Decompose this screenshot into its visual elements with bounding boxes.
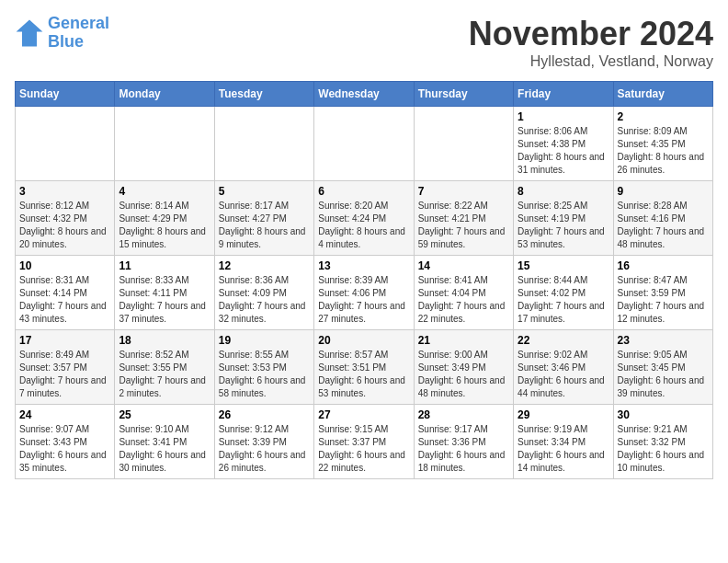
- calendar-cell: 25Sunrise: 9:10 AMSunset: 3:41 PMDayligh…: [115, 405, 214, 479]
- day-number: 24: [19, 408, 110, 421]
- calendar-cell: 2Sunrise: 8:09 AMSunset: 4:35 PMDaylight…: [613, 107, 712, 181]
- day-info: Sunrise: 8:52 AMSunset: 3:55 PMDaylight:…: [119, 349, 210, 400]
- calendar-cell: 23Sunrise: 9:05 AMSunset: 3:45 PMDayligh…: [613, 330, 712, 405]
- day-of-week-header: Thursday: [414, 82, 513, 107]
- day-info: Sunrise: 8:20 AMSunset: 4:24 PMDaylight:…: [318, 200, 409, 251]
- day-number: 18: [119, 334, 210, 347]
- day-info: Sunrise: 8:44 AMSunset: 4:02 PMDaylight:…: [518, 274, 609, 326]
- day-number: 17: [19, 334, 110, 347]
- day-number: 11: [119, 259, 210, 272]
- calendar-cell: 19Sunrise: 8:55 AMSunset: 3:53 PMDayligh…: [214, 330, 313, 405]
- day-number: 7: [418, 185, 509, 198]
- day-number: 8: [518, 185, 609, 198]
- day-info: Sunrise: 8:39 AMSunset: 4:06 PMDaylight:…: [318, 274, 409, 326]
- calendar-cell: 3Sunrise: 8:12 AMSunset: 4:32 PMDaylight…: [16, 181, 115, 256]
- day-info: Sunrise: 8:06 AMSunset: 4:38 PMDaylight:…: [518, 125, 609, 177]
- logo-line2: Blue: [48, 32, 84, 51]
- day-number: 29: [518, 408, 609, 421]
- calendar-header-row: SundayMondayTuesdayWednesdayThursdayFrid…: [16, 82, 713, 107]
- calendar-table: SundayMondayTuesdayWednesdayThursdayFrid…: [15, 81, 713, 479]
- day-number: 9: [618, 185, 709, 198]
- logo-line1: General: [48, 14, 109, 32]
- logo-text: General Blue: [48, 15, 109, 52]
- title-block: November 2024 Hyllestad, Vestland, Norwa…: [469, 15, 713, 70]
- calendar-cell: [414, 107, 513, 181]
- calendar-cell: 17Sunrise: 8:49 AMSunset: 3:57 PMDayligh…: [16, 330, 115, 405]
- day-info: Sunrise: 8:31 AMSunset: 4:14 PMDaylight:…: [19, 274, 110, 326]
- logo-icon: [15, 18, 44, 48]
- day-info: Sunrise: 9:15 AMSunset: 3:37 PMDaylight:…: [318, 423, 409, 475]
- day-of-week-header: Friday: [514, 82, 613, 107]
- calendar-week-row: 1Sunrise: 8:06 AMSunset: 4:38 PMDaylight…: [16, 107, 713, 181]
- calendar-cell: [16, 107, 115, 181]
- calendar-cell: [314, 107, 414, 181]
- day-info: Sunrise: 8:47 AMSunset: 3:59 PMDaylight:…: [618, 274, 709, 326]
- day-info: Sunrise: 8:25 AMSunset: 4:19 PMDaylight:…: [518, 200, 609, 251]
- calendar-cell: 24Sunrise: 9:07 AMSunset: 3:43 PMDayligh…: [16, 405, 115, 479]
- day-info: Sunrise: 8:28 AMSunset: 4:16 PMDaylight:…: [618, 200, 709, 251]
- month-title: November 2024: [469, 15, 713, 53]
- calendar-week-row: 3Sunrise: 8:12 AMSunset: 4:32 PMDaylight…: [16, 181, 713, 256]
- page-header: General Blue November 2024 Hyllestad, Ve…: [15, 15, 713, 70]
- calendar-cell: [214, 107, 313, 181]
- day-info: Sunrise: 8:09 AMSunset: 4:35 PMDaylight:…: [618, 125, 709, 177]
- location-title: Hyllestad, Vestland, Norway: [469, 53, 713, 70]
- day-info: Sunrise: 8:33 AMSunset: 4:11 PMDaylight:…: [119, 274, 210, 326]
- day-number: 3: [19, 185, 110, 198]
- calendar-cell: 15Sunrise: 8:44 AMSunset: 4:02 PMDayligh…: [514, 256, 613, 330]
- calendar-cell: 26Sunrise: 9:12 AMSunset: 3:39 PMDayligh…: [214, 405, 313, 479]
- calendar-cell: 11Sunrise: 8:33 AMSunset: 4:11 PMDayligh…: [115, 256, 214, 330]
- day-info: Sunrise: 8:36 AMSunset: 4:09 PMDaylight:…: [219, 274, 310, 326]
- day-number: 15: [518, 259, 609, 272]
- day-number: 4: [119, 185, 210, 198]
- calendar-cell: 13Sunrise: 8:39 AMSunset: 4:06 PMDayligh…: [314, 256, 414, 330]
- day-info: Sunrise: 8:22 AMSunset: 4:21 PMDaylight:…: [418, 200, 509, 251]
- calendar-cell: 16Sunrise: 8:47 AMSunset: 3:59 PMDayligh…: [613, 256, 712, 330]
- calendar-cell: 27Sunrise: 9:15 AMSunset: 3:37 PMDayligh…: [314, 405, 414, 479]
- calendar-cell: 28Sunrise: 9:17 AMSunset: 3:36 PMDayligh…: [414, 405, 513, 479]
- calendar-cell: 18Sunrise: 8:52 AMSunset: 3:55 PMDayligh…: [115, 330, 214, 405]
- calendar-cell: 21Sunrise: 9:00 AMSunset: 3:49 PMDayligh…: [414, 330, 513, 405]
- calendar-cell: [115, 107, 214, 181]
- calendar-week-row: 10Sunrise: 8:31 AMSunset: 4:14 PMDayligh…: [16, 256, 713, 330]
- day-number: 21: [418, 334, 509, 347]
- day-number: 27: [318, 408, 409, 421]
- calendar-cell: 10Sunrise: 8:31 AMSunset: 4:14 PMDayligh…: [16, 256, 115, 330]
- calendar-cell: 12Sunrise: 8:36 AMSunset: 4:09 PMDayligh…: [214, 256, 313, 330]
- day-number: 23: [618, 334, 709, 347]
- calendar-cell: 22Sunrise: 9:02 AMSunset: 3:46 PMDayligh…: [514, 330, 613, 405]
- calendar-cell: 1Sunrise: 8:06 AMSunset: 4:38 PMDaylight…: [514, 107, 613, 181]
- day-number: 16: [618, 259, 709, 272]
- day-number: 30: [618, 408, 709, 421]
- day-of-week-header: Sunday: [16, 82, 115, 107]
- day-number: 22: [518, 334, 609, 347]
- day-info: Sunrise: 9:02 AMSunset: 3:46 PMDaylight:…: [518, 349, 609, 400]
- day-number: 10: [19, 259, 110, 272]
- day-info: Sunrise: 8:49 AMSunset: 3:57 PMDaylight:…: [19, 349, 110, 400]
- calendar-cell: 14Sunrise: 8:41 AMSunset: 4:04 PMDayligh…: [414, 256, 513, 330]
- calendar-cell: 5Sunrise: 8:17 AMSunset: 4:27 PMDaylight…: [214, 181, 313, 256]
- day-info: Sunrise: 9:21 AMSunset: 3:32 PMDaylight:…: [618, 423, 709, 475]
- day-number: 6: [318, 185, 409, 198]
- calendar-cell: 4Sunrise: 8:14 AMSunset: 4:29 PMDaylight…: [115, 181, 214, 256]
- day-number: 19: [219, 334, 310, 347]
- calendar-cell: 29Sunrise: 9:19 AMSunset: 3:34 PMDayligh…: [514, 405, 613, 479]
- day-number: 12: [219, 259, 310, 272]
- day-info: Sunrise: 8:17 AMSunset: 4:27 PMDaylight:…: [219, 200, 310, 251]
- day-number: 5: [219, 185, 310, 198]
- calendar-week-row: 24Sunrise: 9:07 AMSunset: 3:43 PMDayligh…: [16, 405, 713, 479]
- day-info: Sunrise: 8:55 AMSunset: 3:53 PMDaylight:…: [219, 349, 310, 400]
- calendar-cell: 6Sunrise: 8:20 AMSunset: 4:24 PMDaylight…: [314, 181, 414, 256]
- day-info: Sunrise: 8:12 AMSunset: 4:32 PMDaylight:…: [19, 200, 110, 251]
- day-info: Sunrise: 8:57 AMSunset: 3:51 PMDaylight:…: [318, 349, 409, 400]
- day-of-week-header: Monday: [115, 82, 214, 107]
- day-info: Sunrise: 9:00 AMSunset: 3:49 PMDaylight:…: [418, 349, 509, 400]
- calendar-cell: 20Sunrise: 8:57 AMSunset: 3:51 PMDayligh…: [314, 330, 414, 405]
- day-number: 2: [618, 110, 709, 123]
- day-info: Sunrise: 9:12 AMSunset: 3:39 PMDaylight:…: [219, 423, 310, 475]
- day-info: Sunrise: 8:41 AMSunset: 4:04 PMDaylight:…: [418, 274, 509, 326]
- day-info: Sunrise: 9:10 AMSunset: 3:41 PMDaylight:…: [119, 423, 210, 475]
- day-of-week-header: Wednesday: [314, 82, 414, 107]
- day-number: 26: [219, 408, 310, 421]
- calendar-week-row: 17Sunrise: 8:49 AMSunset: 3:57 PMDayligh…: [16, 330, 713, 405]
